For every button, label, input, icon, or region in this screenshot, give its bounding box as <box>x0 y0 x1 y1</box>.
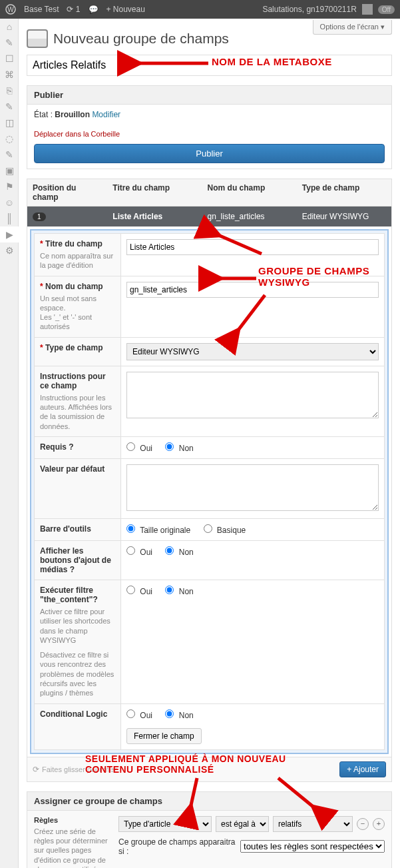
toolbar-full-radio[interactable]: Taille originale <box>126 526 190 535</box>
conditional-yes-radio[interactable]: Oui <box>126 711 152 720</box>
field-group-icon <box>27 29 48 48</box>
chevron-down-icon: ▾ <box>381 23 385 31</box>
assign-metabox: Assigner ce groupe de champs Règles Crée… <box>27 791 392 868</box>
refresh-icon[interactable]: ⟳ 1 <box>67 5 80 14</box>
rules-help: Créez une série de règles pour détermine… <box>34 827 112 868</box>
menu-generic2-icon[interactable]: ◫ <box>0 115 19 131</box>
comments-icon[interactable]: 💬 <box>89 5 99 14</box>
page-title: Nouveau groupe de champs <box>53 31 229 47</box>
publish-heading: Publier <box>27 86 391 105</box>
rule-row: Type d'article est égal à relatifs − + <box>118 816 385 832</box>
avatar[interactable] <box>362 4 373 15</box>
close-field-button[interactable]: Fermer le champ <box>126 728 202 744</box>
field-name-input[interactable] <box>126 282 379 298</box>
order-badge: 1 <box>33 213 46 221</box>
admin-bar: W Base Test ⟳ 1 💬 + Nouveau Salutations,… <box>0 0 400 19</box>
field-instructions-textarea[interactable] <box>126 372 379 418</box>
salutation-text: Salutations, gn19700211R <box>262 5 356 14</box>
move-trash-link[interactable]: Déplacer dans la Corbeille <box>34 130 120 138</box>
off-toggle[interactable]: Off <box>378 5 395 14</box>
svg-text:W: W <box>7 6 14 13</box>
rule-operator-select[interactable]: est égal à <box>216 816 269 832</box>
required-yes-radio[interactable]: Oui <box>126 444 152 453</box>
menu-appearance-icon[interactable]: ▣ <box>0 163 19 179</box>
menu-media-icon[interactable]: ☐ <box>0 51 19 67</box>
menu-comments-icon[interactable]: ◌ <box>0 131 19 147</box>
menu-custom-fields-icon[interactable]: ▶ <box>0 226 19 242</box>
menu-tools-icon[interactable]: ║ <box>0 211 19 226</box>
menu-users-icon[interactable]: ☺ <box>0 195 19 211</box>
menu-posts-icon[interactable]: ✎ <box>0 35 19 51</box>
fields-box: Position du champ Titre du champ Nom du … <box>27 179 392 757</box>
site-name[interactable]: Base Test <box>24 5 59 14</box>
toolbar-basic-radio[interactable]: Basique <box>204 526 246 535</box>
field-title-input[interactable] <box>126 239 379 255</box>
admin-menu-rail: ⌂ ✎ ☐ ⌘ ⎘ ✎ ◫ ◌ ✎ ▣ ⚑ ☺ ║ ▶ ⚙ <box>0 19 19 868</box>
field-type-select[interactable]: Editeur WYSIWYG <box>126 343 379 360</box>
media-yes-radio[interactable]: Oui <box>126 548 152 557</box>
menu-dashboard-icon[interactable]: ⌂ <box>0 19 19 35</box>
menu-settings-icon[interactable]: ⚙ <box>0 242 19 258</box>
fields-header: Position du champ Titre du champ Nom du … <box>27 179 391 207</box>
add-rule-button[interactable]: + <box>373 818 385 830</box>
publish-button[interactable]: Publier <box>34 144 385 163</box>
wordpress-logo-icon[interactable]: W <box>5 4 16 15</box>
rule-param-select[interactable]: Type d'article <box>118 816 212 832</box>
menu-plugins-icon[interactable]: ⚑ <box>0 179 19 195</box>
drag-hint-icon: ⟳ <box>33 765 39 774</box>
rule-value-select[interactable]: relatifs <box>273 816 353 832</box>
remove-rule-button[interactable]: − <box>357 818 369 830</box>
menu-links-icon[interactable]: ⌘ <box>0 67 19 83</box>
menu-generic-icon[interactable]: ✎ <box>0 99 19 115</box>
field-summary-row[interactable]: 1 Liste Articles gn_liste_articles Edite… <box>27 207 391 226</box>
col-position: Position du champ <box>27 179 107 206</box>
rules-label: Règles <box>34 816 112 824</box>
menu-generic3-icon[interactable]: ✎ <box>0 147 19 163</box>
field-editor-panel: * Titre du champ Ce nom apparaîtra sur l… <box>30 229 389 754</box>
filter-no-radio[interactable]: Non <box>165 587 193 596</box>
group-title-input[interactable] <box>27 55 392 76</box>
screen-options-tab[interactable]: Options de l'écran ▾ <box>313 20 392 35</box>
modify-status-link[interactable]: Modifier <box>92 110 120 119</box>
publish-metabox: Publier État : Brouillon Modifier Déplac… <box>27 85 392 169</box>
appear-row: Ce groupe de champs apparaitra si : tout… <box>118 837 385 856</box>
default-value-textarea[interactable] <box>126 464 379 511</box>
filter-yes-radio[interactable]: Oui <box>126 587 152 596</box>
menu-pages-icon[interactable]: ⎘ <box>0 83 19 99</box>
required-no-radio[interactable]: Non <box>165 444 193 453</box>
col-type: Type de champ <box>297 179 391 206</box>
col-title: Titre du champ <box>107 179 202 206</box>
col-name: Nom du champ <box>202 179 297 206</box>
appear-condition-select[interactable]: toutes les règles sont respectées <box>240 840 385 853</box>
main-content: Options de l'écran ▾ Nouveau groupe de c… <box>19 19 400 868</box>
drag-hint-text: Faites glisser pour trier <box>42 765 116 773</box>
add-field-button[interactable]: + Ajouter <box>339 761 386 777</box>
status-line: État : Brouillon Modifier <box>34 110 385 119</box>
new-content-link[interactable]: + Nouveau <box>106 5 145 14</box>
fields-actions-row: ⟳ Faites glisser pour trier + Ajouter <box>27 757 392 782</box>
assign-heading: Assigner ce groupe de champs <box>27 792 391 811</box>
media-no-radio[interactable]: Non <box>165 548 193 557</box>
conditional-no-radio[interactable]: Non <box>165 711 193 720</box>
